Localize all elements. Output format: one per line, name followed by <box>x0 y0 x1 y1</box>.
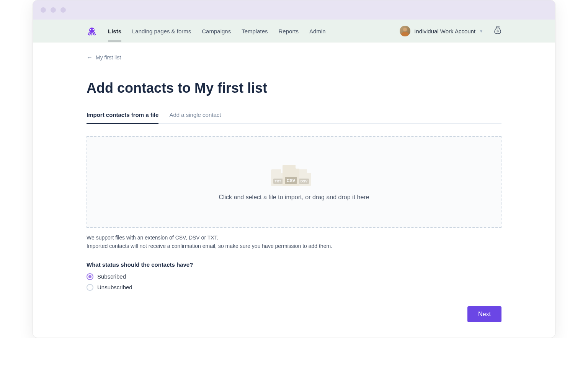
arrow-left-icon: ← <box>87 54 93 61</box>
nav-reports[interactable]: Reports <box>279 21 299 41</box>
help-line1: We support files with an extension of CS… <box>87 233 501 242</box>
svg-text:$: $ <box>497 29 498 33</box>
svg-point-2 <box>93 29 94 31</box>
window-dot <box>60 7 66 13</box>
nav-templates[interactable]: Templates <box>242 21 268 41</box>
tab-import-file[interactable]: Import contacts from a file <box>87 112 158 123</box>
radio-input <box>87 284 93 291</box>
tabs: Import contacts from a file Add a single… <box>87 112 501 124</box>
account-selector[interactable]: Individual Work Account ▼ <box>400 26 483 36</box>
top-nav: Lists Landing pages & forms Campaigns Te… <box>33 20 555 43</box>
money-bag-icon[interactable]: $ <box>494 26 501 36</box>
file-icons: TXT CSV DSV <box>271 163 317 186</box>
window-dot <box>41 7 46 13</box>
svg-point-1 <box>90 29 91 31</box>
nav-admin[interactable]: Admin <box>309 21 326 41</box>
help-text: We support files with an extension of CS… <box>87 233 501 251</box>
breadcrumb-back[interactable]: ← My first list <box>87 54 501 61</box>
radio-input <box>87 273 93 280</box>
next-button[interactable]: Next <box>467 306 501 322</box>
footer-actions: Next <box>87 306 501 322</box>
page-title: Add contacts to My first list <box>87 80 501 96</box>
account-name: Individual Work Account <box>414 28 475 34</box>
app-logo-icon[interactable] <box>87 26 97 36</box>
nav-lists[interactable]: Lists <box>108 21 121 41</box>
radio-label: Unsubscribed <box>97 284 132 290</box>
window-dot <box>51 7 56 13</box>
radio-unsubscribed[interactable]: Unsubscribed <box>87 284 501 291</box>
file-dropzone[interactable]: TXT CSV DSV Click and select a file to i… <box>87 136 501 228</box>
breadcrumb-label: My first list <box>96 54 121 61</box>
status-section: What status should the contacts have? Su… <box>87 261 501 291</box>
radio-group: Subscribed Unsubscribed <box>87 273 501 291</box>
nav-landing-pages[interactable]: Landing pages & forms <box>132 21 191 41</box>
nav-items: Lists Landing pages & forms Campaigns Te… <box>108 21 400 41</box>
tab-add-single[interactable]: Add a single contact <box>169 112 221 123</box>
status-label: What status should the contacts have? <box>87 261 501 268</box>
dropzone-instruction: Click and select a file to import, or dr… <box>219 194 369 201</box>
csv-file-icon: CSV <box>283 165 299 186</box>
chevron-down-icon: ▼ <box>479 29 483 33</box>
radio-subscribed[interactable]: Subscribed <box>87 273 501 280</box>
svg-point-0 <box>89 28 95 33</box>
avatar <box>400 26 410 36</box>
help-line2: Imported contacts will not receive a con… <box>87 242 501 250</box>
nav-campaigns[interactable]: Campaigns <box>202 21 231 41</box>
radio-label: Subscribed <box>97 273 126 280</box>
browser-chrome <box>33 0 555 20</box>
